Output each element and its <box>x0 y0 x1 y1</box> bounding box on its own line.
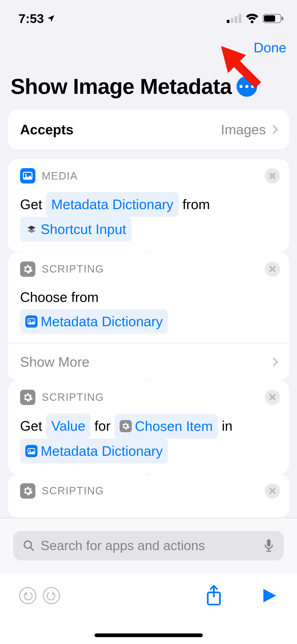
action-card[interactable]: SCRIPTINGChoose fromMetadata DictionaryS… <box>8 252 289 380</box>
show-more-label: Show More <box>20 354 89 370</box>
action-line: Metadata Dictionary <box>20 439 277 463</box>
media-icon <box>25 445 37 457</box>
svg-point-10 <box>25 174 27 176</box>
variable-token[interactable]: Metadata Dictionary <box>46 192 178 217</box>
search-icon <box>23 540 35 552</box>
action-card[interactable]: MEDIAGet Metadata Dictionary fromShortcu… <box>8 159 289 252</box>
annotation-arrow-icon <box>216 41 266 91</box>
scripting-app-icon <box>20 390 35 405</box>
location-icon <box>46 14 55 23</box>
action-line: Choose from <box>20 285 277 309</box>
wifi-icon <box>245 13 259 24</box>
action-line: Get Value for Chosen Item in <box>20 413 277 439</box>
actions-flow: MEDIAGet Metadata Dictionary fromShortcu… <box>8 159 289 518</box>
variable-token-label: Metadata Dictionary <box>51 192 173 216</box>
accepts-row[interactable]: Accepts Images <box>8 110 289 149</box>
action-text: for <box>91 418 114 434</box>
media-icon <box>25 315 37 328</box>
variable-token-label: Metadata Dictionary <box>41 310 163 333</box>
svg-point-14 <box>29 320 31 321</box>
action-text: Get <box>20 418 46 434</box>
run-button[interactable] <box>257 584 281 608</box>
share-button[interactable] <box>202 584 226 608</box>
svg-rect-1 <box>231 18 233 23</box>
action-text: in <box>218 418 233 434</box>
stack-icon <box>25 223 37 235</box>
accepts-label: Accepts <box>20 122 73 137</box>
variable-token[interactable]: Shortcut Input <box>20 217 131 242</box>
action-category: SCRIPTING <box>42 391 104 403</box>
cellular-icon <box>227 14 242 23</box>
show-more-row[interactable]: Show More <box>8 343 289 380</box>
svg-marker-12 <box>27 229 36 233</box>
action-line: Metadata Dictionary <box>20 309 277 334</box>
svg-point-4 <box>251 20 254 23</box>
undo-button[interactable] <box>16 584 40 608</box>
action-category: SCRIPTING <box>42 263 104 275</box>
svg-rect-6 <box>264 15 275 22</box>
status-bar: 7:53 <box>0 0 297 37</box>
variable-token-label: Value <box>51 414 85 438</box>
chevron-right-icon <box>269 357 278 366</box>
accepts-value: Images <box>221 122 266 137</box>
chevron-right-icon <box>269 125 278 134</box>
dictate-icon[interactable] <box>263 539 274 553</box>
variable-token-label: Metadata Dictionary <box>41 439 163 463</box>
variable-token-label: Shortcut Input <box>41 217 126 241</box>
scripting-app-icon <box>20 261 35 277</box>
delete-action-button[interactable] <box>265 483 280 499</box>
action-card[interactable]: SCRIPTING <box>8 474 289 518</box>
battery-icon <box>263 13 284 24</box>
action-card[interactable]: SCRIPTINGGet Value for Chosen Item inMet… <box>8 381 289 474</box>
search-bar: Search for apps and actions <box>0 518 297 573</box>
action-line: Shortcut Input <box>20 217 277 242</box>
gear-icon <box>120 420 132 432</box>
action-category: SCRIPTING <box>42 485 104 497</box>
redo-button[interactable] <box>40 584 63 608</box>
svg-marker-28 <box>263 589 276 602</box>
variable-token[interactable]: Metadata Dictionary <box>20 439 168 463</box>
delete-action-button[interactable] <box>265 261 280 277</box>
svg-rect-0 <box>227 20 229 23</box>
svg-marker-8 <box>221 46 261 88</box>
variable-token[interactable]: Chosen Item <box>114 414 218 439</box>
svg-rect-3 <box>239 14 241 23</box>
scripting-app-icon <box>20 483 35 499</box>
home-indicator <box>95 633 203 637</box>
search-placeholder: Search for apps and actions <box>41 538 257 553</box>
svg-point-16 <box>29 450 31 451</box>
svg-line-18 <box>30 547 34 550</box>
action-line: Get Metadata Dictionary from <box>20 192 277 217</box>
svg-point-24 <box>43 587 59 604</box>
variable-token-label: Chosen Item <box>135 414 213 438</box>
svg-rect-7 <box>282 17 283 20</box>
delete-action-button[interactable] <box>265 390 280 405</box>
action-text: from <box>179 197 210 212</box>
svg-rect-2 <box>235 16 237 23</box>
svg-point-22 <box>20 587 36 604</box>
delete-action-button[interactable] <box>265 168 280 183</box>
action-category: MEDIA <box>42 170 78 182</box>
page-title: Show Image Metadata <box>11 74 232 99</box>
variable-token[interactable]: Value <box>46 413 91 438</box>
variable-token[interactable]: Metadata Dictionary <box>20 309 168 334</box>
search-input[interactable]: Search for apps and actions <box>13 531 284 560</box>
media-app-icon <box>20 168 35 183</box>
action-text: Get <box>20 197 46 212</box>
status-time: 7:53 <box>18 11 44 26</box>
svg-rect-19 <box>267 539 271 547</box>
action-text: Choose from <box>20 289 99 305</box>
